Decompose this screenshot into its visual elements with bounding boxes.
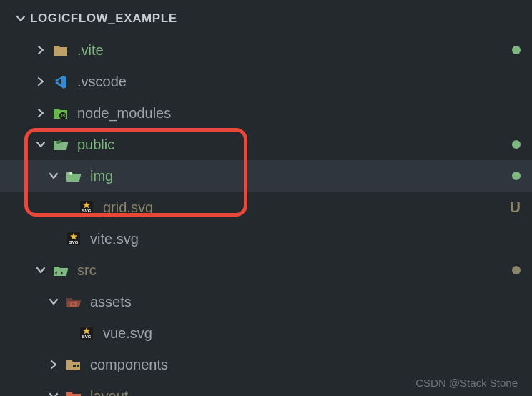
git-modified-dot-icon xyxy=(512,172,521,180)
item-label: .vscode xyxy=(77,74,127,90)
folder-open-icon xyxy=(63,169,84,183)
chevron-down-icon xyxy=(11,14,30,24)
folder-open-icon xyxy=(63,389,84,396)
tree-item-vite[interactable]: .vite xyxy=(0,34,532,66)
git-untracked-badge: U xyxy=(510,199,521,216)
item-label: .vite xyxy=(77,42,104,59)
item-label: components xyxy=(90,357,168,373)
tree-item-vue-svg[interactable]: vue.svg xyxy=(0,317,532,349)
item-label: grid.svg xyxy=(103,199,153,216)
tree-item-vscode[interactable]: .vscode xyxy=(0,66,532,97)
svg-file-icon xyxy=(76,325,97,341)
tree-item-public[interactable]: public xyxy=(0,129,532,160)
tree-item-components[interactable]: components xyxy=(0,349,532,380)
nodejs-folder-icon xyxy=(50,106,72,120)
item-label: src xyxy=(77,262,97,279)
folder-open-icon xyxy=(63,294,84,309)
root-label: LOGICFLOW_EXAMPLE xyxy=(30,11,177,26)
chevron-right-icon xyxy=(44,360,63,370)
tree-item-assets[interactable]: assets xyxy=(0,286,532,317)
folder-open-icon xyxy=(50,137,72,152)
tree-item-img[interactable]: img xyxy=(0,160,532,192)
chevron-down-icon xyxy=(44,297,63,307)
chevron-down-icon xyxy=(31,139,50,149)
item-label: layout xyxy=(90,388,128,397)
file-explorer-tree: LOGICFLOW_EXAMPLE .vite .vscode node_mod… xyxy=(0,0,532,396)
git-modified-dot-icon xyxy=(512,140,521,149)
chevron-right-icon xyxy=(31,108,50,118)
chevron-right-icon xyxy=(31,45,50,55)
chevron-down-icon xyxy=(44,171,63,181)
svg-file-icon xyxy=(63,231,84,247)
tree-root[interactable]: LOGICFLOW_EXAMPLE xyxy=(0,3,532,34)
chevron-right-icon xyxy=(31,76,50,86)
tree-item-vite-svg[interactable]: vite.svg xyxy=(0,223,532,254)
item-label: node_modules xyxy=(77,105,171,122)
item-label: assets xyxy=(90,294,132,310)
vscode-folder-icon xyxy=(50,74,72,89)
folder-icon xyxy=(50,43,72,57)
folder-open-icon xyxy=(50,263,72,277)
git-modified-dot-icon xyxy=(512,266,521,274)
watermark-text: CSDN @Stack Stone xyxy=(415,377,518,389)
item-label: vite.svg xyxy=(90,231,139,247)
item-label: img xyxy=(90,168,113,184)
chevron-down-icon xyxy=(44,391,63,396)
chevron-down-icon xyxy=(31,265,50,275)
item-label: vue.svg xyxy=(103,325,152,342)
git-modified-dot-icon xyxy=(512,46,521,54)
tree-item-grid-svg[interactable]: grid.svg U xyxy=(0,192,532,223)
svg-file-icon xyxy=(76,199,97,215)
folder-icon xyxy=(63,357,84,372)
item-label: public xyxy=(77,137,114,153)
tree-item-src[interactable]: src xyxy=(0,254,532,286)
tree-item-node-modules[interactable]: node_modules xyxy=(0,97,532,129)
